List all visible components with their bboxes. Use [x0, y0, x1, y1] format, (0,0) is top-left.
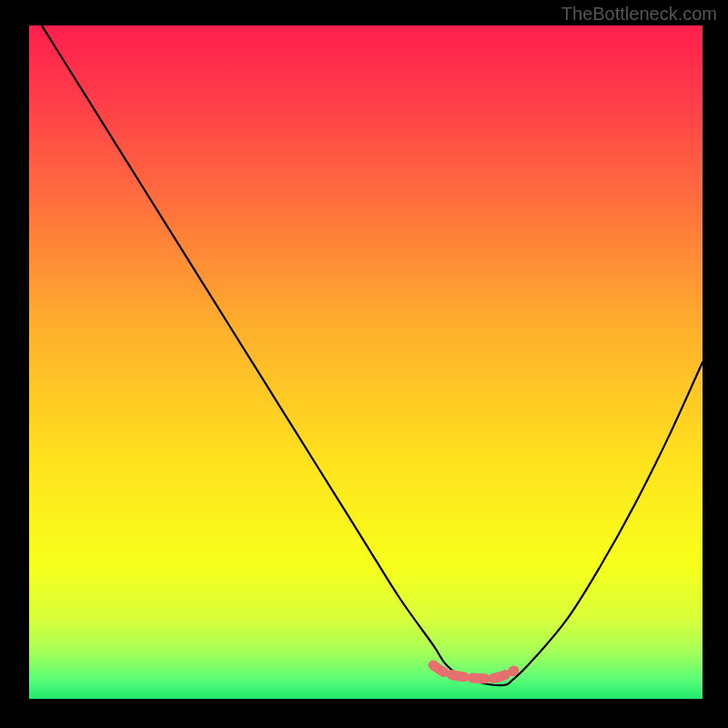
- bottleneck-curve-line: [29, 25, 703, 685]
- chart-curve: [29, 25, 703, 699]
- chart-area: [29, 25, 703, 699]
- optimal-range-highlight: [433, 665, 514, 679]
- watermark-text: TheBottleneck.com: [561, 4, 717, 25]
